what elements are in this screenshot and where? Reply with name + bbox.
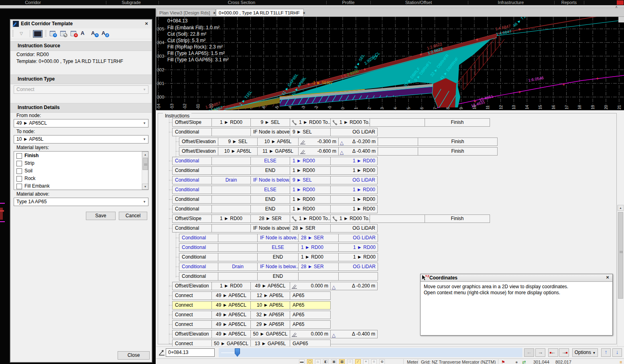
measure-icon[interactable]: A [80,30,88,37]
move-down-button[interactable]: ↓ [612,348,622,357]
instruction-cell[interactable]: △Δ -0.200 m [330,282,378,290]
instruction-cell[interactable]: OG LiDAR [338,263,378,271]
instruction-cell[interactable]: 49 ► AP65CL [211,330,251,338]
material-list-scrollbar[interactable]: ▲▼ [142,152,148,190]
cross-section-view[interactable]: -14-13-12-11-10-9-8-7-6-5-4-3-2-10123456… [156,17,624,110]
status-icon[interactable]: ∕ [355,359,361,364]
menu-item-station-offset[interactable]: Station/Offset [405,0,432,5]
instruction-cell[interactable] [211,157,251,165]
instruction-cell[interactable]: Conditional [172,128,212,136]
instruction-cell[interactable]: IF Node is below... [257,263,299,271]
instruction-cell[interactable]: Connect [172,311,212,319]
status-icon[interactable]: + [363,359,369,364]
instruction-cell[interactable]: Finish [418,138,498,146]
instruction-cell[interactable] [298,272,339,281]
instruction-cell[interactable]: OG LiDAR [330,176,378,184]
options-button[interactable]: Options ▼ [572,348,598,357]
instruction-cell[interactable]: Conditional [172,157,212,165]
instruction-cell[interactable]: -0.300 m [298,138,339,146]
instruction-cell[interactable]: 10 ► AP65L [218,147,258,156]
close-icon[interactable]: × [604,275,611,281]
instruction-cell[interactable]: Conditional [179,243,218,252]
status-icon[interactable]: ▢ [307,359,313,364]
instruction-cell[interactable] [211,205,251,213]
instruction-cell[interactable]: 10 ► AP65L [257,138,299,146]
close-icon[interactable]: × [143,21,150,27]
instruction-cell[interactable]: 0.000 m [290,282,331,290]
add-label-icon[interactable]: A+ [91,30,99,37]
instruction-cell[interactable]: 11 ► GAP65L [257,147,299,156]
instruction-cell[interactable]: Conditional [179,234,218,242]
instruction-cell[interactable]: 1 ► RD00 [211,214,251,223]
instruction-cell[interactable]: 49 ► AP65CL [211,291,251,300]
instruction-cell[interactable]: △Δ -0.200 m [338,138,378,146]
menu-item-reports[interactable]: Reports [561,0,577,5]
instruction-cell[interactable]: 9 ► SEL [290,176,331,184]
instruction-cell[interactable]: 28 ► SER [290,224,331,233]
instruction-cell[interactable] [211,224,251,233]
instruction-cell[interactable]: 1 ► RD00 To... [330,118,370,127]
instruction-cell[interactable]: 1 ► RD00 [290,157,331,165]
instruction-cell[interactable]: OG LiDAR [338,234,378,242]
status-icon[interactable]: ∷ [347,359,353,364]
instruction-cell[interactable]: 1 ► RD00 [338,253,378,261]
status-icon[interactable]: ◧ [323,359,329,364]
instruction-cell[interactable]: 1 ► RD00 [330,157,378,165]
to-node-select[interactable]: 10 ► AP65L▼ [14,135,148,144]
scroll-up-icon[interactable]: ▲ [142,152,148,158]
delete-instruction-icon[interactable]: × [70,30,78,37]
instruction-cell[interactable]: ELSE [257,243,299,252]
menu-icon[interactable]: ≡ [620,360,622,364]
checkbox-icon[interactable] [16,168,22,174]
instruction-cell[interactable]: AP65 [290,301,331,309]
instruction-cell[interactable]: 32 ► AP65R [250,311,290,319]
instruction-cell[interactable]: Offset/Elevation [172,330,212,338]
instruction-cell[interactable]: 1 ► RD00 [330,205,378,213]
instruction-cell[interactable]: Conditional [172,195,212,204]
instruction-cell[interactable]: Conditional [172,176,212,184]
instruction-cell[interactable]: OG LiDAR [330,224,378,233]
toolbar-dropdown-icon[interactable]: ▽ [15,30,27,37]
instruction-cell[interactable]: ELSE [250,186,290,194]
instruction-cell[interactable]: 0.000 m [290,330,331,338]
instruction-cell[interactable]: OG LiDAR [330,128,378,136]
material-layer-item[interactable]: Strip [14,160,141,167]
previous-key-station-button[interactable]: ← [548,348,558,357]
instruction-cell[interactable]: 49 ► AP65CL [211,320,251,329]
slider-thumb[interactable] [235,348,240,357]
instruction-cell[interactable]: Offset/Slope [172,118,212,127]
instruction-cell[interactable]: 9 ► SEL [290,128,331,136]
instruction-cell[interactable]: -0.600 m [298,147,339,156]
instruction-cell[interactable]: Drain [211,176,251,184]
instruction-cell[interactable]: 1 ► RD00 [330,166,378,175]
instruction-cell[interactable] [211,128,251,136]
instruction-cell[interactable]: ELSE [250,157,290,165]
instruction-cell[interactable]: △Δ -0.400 m [338,147,378,156]
instruction-cell[interactable]: 13 ► GAP65L [250,340,290,346]
instruction-cell[interactable]: 49 ► AP65CL [250,282,290,290]
instruction-cell[interactable]: Connect [172,340,212,346]
scroll-down-icon[interactable]: ▼ [142,184,148,190]
add-instruction-icon[interactable]: + [49,30,57,37]
instruction-cell[interactable]: 50 ► GAP65CL [211,340,251,346]
instruction-cell[interactable]: 1 ► RD00 [290,186,331,194]
instruction-cell[interactable]: Offset/Elevation [179,138,218,146]
select-view-icon[interactable] [33,30,43,38]
instruction-cell[interactable]: AP65 [290,291,331,300]
close-tab-icon[interactable]: × [213,9,215,17]
instruction-cell[interactable]: AP65 [290,320,331,329]
instruction-cell[interactable]: Conditional [179,263,218,271]
instruction-cell[interactable]: Conditional [172,224,212,233]
instruction-cell[interactable]: GAP65 [290,340,331,346]
status-icon[interactable]: ▦ [339,359,345,364]
instruction-cell[interactable]: Drain [218,263,258,271]
instruction-cell[interactable]: △Δ -0.400 m [330,330,378,338]
instruction-cell[interactable]: 10 ► AP65L [250,301,290,309]
status-icon[interactable]: ○ [371,359,377,364]
instruction-cell[interactable] [218,234,258,242]
status-icon[interactable]: ▬ [299,359,305,364]
menu-item-corridor[interactable]: Corridor [25,0,41,5]
material-layer-item[interactable]: Rock [14,175,141,182]
instruction-cell[interactable]: 12 ► AP65L [250,291,290,300]
instruction-cell[interactable]: END [250,166,290,175]
